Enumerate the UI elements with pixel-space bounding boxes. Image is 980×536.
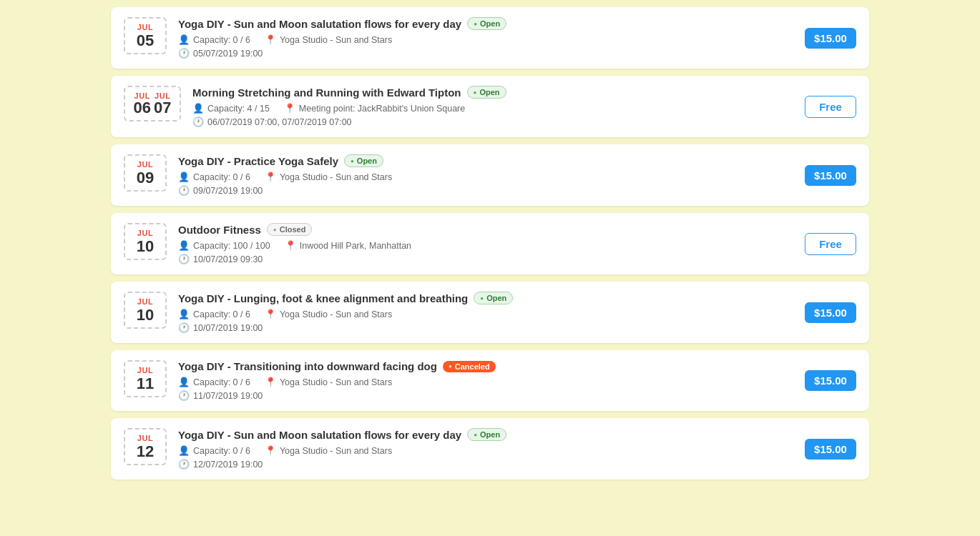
event-title-row: Outdoor Fitness Closed — [178, 223, 793, 236]
event-time-row: 🕐 05/07/2019 19:00 — [178, 48, 793, 59]
location-meta: 📍 Yoga Studio - Sun and Stars — [265, 377, 392, 387]
price-badge: $15.00 — [805, 439, 856, 460]
event-title: Morning Stretching and Running with Edwa… — [192, 86, 461, 99]
event-meta: 👤 Capacity: 4 / 15 📍 Meeting point: Jack… — [192, 103, 793, 114]
event-meta: 👤 Capacity: 0 / 6 📍 Yoga Studio - Sun an… — [178, 309, 793, 319]
event-title: Yoga DIY - Transitioning into downward f… — [178, 360, 437, 372]
date-badge: JUL 10 — [124, 223, 167, 260]
clock-icon: 🕐 — [192, 116, 204, 127]
location-icon: 📍 — [265, 34, 276, 45]
event-time-row: 🕐 11/07/2019 19:00 — [178, 390, 793, 401]
event-time-row: 🕐 06/07/2019 07:00, 07/07/2019 07:00 — [192, 116, 793, 127]
location-meta: 📍 Inwood Hill Park, Manhattan — [285, 240, 411, 251]
capacity-meta: 👤 Capacity: 4 / 15 — [192, 103, 270, 114]
event-info: Yoga DIY - Lunging, foot & knee alignmen… — [178, 292, 793, 333]
date-day: 09 — [137, 170, 154, 186]
event-info: Morning Stretching and Running with Edwa… — [192, 86, 793, 127]
datetime-value: 05/07/2019 19:00 — [193, 49, 263, 59]
location-icon: 📍 — [285, 240, 296, 251]
event-info: Outdoor Fitness Closed 👤 Capacity: 100 /… — [178, 223, 793, 264]
capacity-value: Capacity: 0 / 6 — [193, 309, 250, 319]
datetime-value: 11/07/2019 19:00 — [193, 391, 263, 401]
date-month: JUL — [137, 366, 153, 374]
event-title: Outdoor Fitness — [178, 224, 261, 236]
location-icon: 📍 — [284, 103, 295, 114]
event-info: Yoga DIY - Sun and Moon salutation flows… — [178, 428, 793, 470]
event-card[interactable]: JUL 12 Yoga DIY - Sun and Moon salutatio… — [111, 418, 869, 480]
capacity-value: Capacity: 0 / 6 — [193, 377, 250, 387]
price-badge: Free — [805, 233, 856, 255]
event-title-row: Yoga DIY - Sun and Moon salutation flows… — [178, 17, 793, 30]
person-icon: 👤 — [178, 240, 190, 251]
capacity-value: Capacity: 0 / 6 — [193, 446, 250, 456]
event-time-row: 🕐 10/07/2019 09:30 — [178, 254, 793, 264]
price-badge: $15.00 — [805, 28, 856, 49]
location-value: Inwood Hill Park, Manhattan — [300, 241, 411, 251]
date-badge: JUL 11 — [124, 360, 167, 397]
location-icon: 📍 — [265, 445, 276, 456]
capacity-meta: 👤 Capacity: 0 / 6 — [178, 172, 250, 182]
person-icon: 👤 — [178, 34, 190, 45]
datetime-value: 12/07/2019 19:00 — [193, 460, 263, 470]
status-badge: Open — [467, 17, 506, 30]
location-meta: 📍 Meeting point: JackRabbit's Union Squa… — [284, 103, 465, 114]
location-meta: 📍 Yoga Studio - Sun and Stars — [265, 172, 392, 182]
datetime-value: 10/07/2019 19:00 — [193, 323, 263, 333]
status-badge: Open — [467, 86, 506, 99]
price-badge: $15.00 — [805, 302, 856, 323]
location-meta: 📍 Yoga Studio - Sun and Stars — [265, 445, 392, 456]
price-badge: $15.00 — [805, 165, 856, 186]
event-meta: 👤 Capacity: 100 / 100 📍 Inwood Hill Park… — [178, 240, 793, 251]
date-month: JUL — [137, 434, 153, 442]
person-icon: 👤 — [178, 445, 190, 456]
date-badge: JUL 06 JUL 07 — [124, 86, 181, 121]
clock-icon: 🕐 — [178, 322, 190, 333]
event-time-row: 🕐 12/07/2019 19:00 — [178, 459, 793, 470]
clock-icon: 🕐 — [178, 48, 190, 59]
date-badge: JUL 09 — [124, 154, 167, 192]
event-title: Yoga DIY - Sun and Moon salutation flows… — [178, 18, 461, 30]
capacity-meta: 👤 Capacity: 0 / 6 — [178, 445, 250, 456]
location-value: Meeting point: JackRabbit's Union Square — [299, 104, 465, 114]
event-card[interactable]: JUL 10 Outdoor Fitness Closed 👤 Capacity… — [111, 213, 869, 274]
status-badge: Open — [474, 292, 513, 304]
event-title-row: Morning Stretching and Running with Edwa… — [192, 86, 793, 99]
capacity-meta: 👤 Capacity: 0 / 6 — [178, 309, 250, 319]
location-value: Yoga Studio - Sun and Stars — [280, 446, 392, 456]
capacity-meta: 👤 Capacity: 100 / 100 — [178, 240, 270, 251]
location-value: Yoga Studio - Sun and Stars — [280, 35, 392, 45]
event-meta: 👤 Capacity: 0 / 6 📍 Yoga Studio - Sun an… — [178, 445, 793, 456]
clock-icon: 🕐 — [178, 254, 190, 264]
event-time-row: 🕐 10/07/2019 19:00 — [178, 322, 793, 333]
event-info: Yoga DIY - Sun and Moon salutation flows… — [178, 17, 793, 59]
event-card[interactable]: JUL 10 Yoga DIY - Lunging, foot & knee a… — [111, 282, 869, 343]
location-value: Yoga Studio - Sun and Stars — [280, 309, 392, 319]
event-title-row: Yoga DIY - Practice Yoga Safely Open — [178, 154, 793, 167]
event-card[interactable]: JUL 06 JUL 07 Morning Stretching and Run… — [111, 76, 869, 137]
capacity-value: Capacity: 4 / 15 — [207, 104, 270, 114]
person-icon: 👤 — [192, 103, 204, 114]
datetime-value: 10/07/2019 09:30 — [193, 254, 263, 264]
location-value: Yoga Studio - Sun and Stars — [280, 377, 392, 387]
capacity-meta: 👤 Capacity: 0 / 6 — [178, 34, 250, 45]
price-badge: Free — [805, 96, 856, 118]
capacity-value: Capacity: 0 / 6 — [193, 35, 250, 45]
date-month: JUL — [137, 229, 153, 237]
event-card[interactable]: JUL 11 Yoga DIY - Transitioning into dow… — [111, 350, 869, 411]
status-badge: Closed — [267, 223, 313, 236]
status-badge: Open — [467, 428, 506, 441]
event-meta: 👤 Capacity: 0 / 6 📍 Yoga Studio - Sun an… — [178, 172, 793, 182]
event-meta: 👤 Capacity: 0 / 6 📍 Yoga Studio - Sun an… — [178, 34, 793, 45]
event-title: Yoga DIY - Sun and Moon salutation flows… — [178, 429, 461, 441]
clock-icon: 🕐 — [178, 185, 190, 196]
location-meta: 📍 Yoga Studio - Sun and Stars — [265, 34, 392, 45]
clock-icon: 🕐 — [178, 459, 190, 470]
event-card[interactable]: JUL 05 Yoga DIY - Sun and Moon salutatio… — [111, 7, 869, 69]
location-value: Yoga Studio - Sun and Stars — [280, 172, 392, 182]
location-meta: 📍 Yoga Studio - Sun and Stars — [265, 309, 392, 319]
event-meta: 👤 Capacity: 0 / 6 📍 Yoga Studio - Sun an… — [178, 377, 793, 387]
event-card[interactable]: JUL 09 Yoga DIY - Practice Yoga Safely O… — [111, 144, 869, 206]
datetime-value: 06/07/2019 07:00, 07/07/2019 07:00 — [207, 117, 352, 127]
clock-icon: 🕐 — [178, 390, 190, 401]
event-info: Yoga DIY - Transitioning into downward f… — [178, 360, 793, 401]
